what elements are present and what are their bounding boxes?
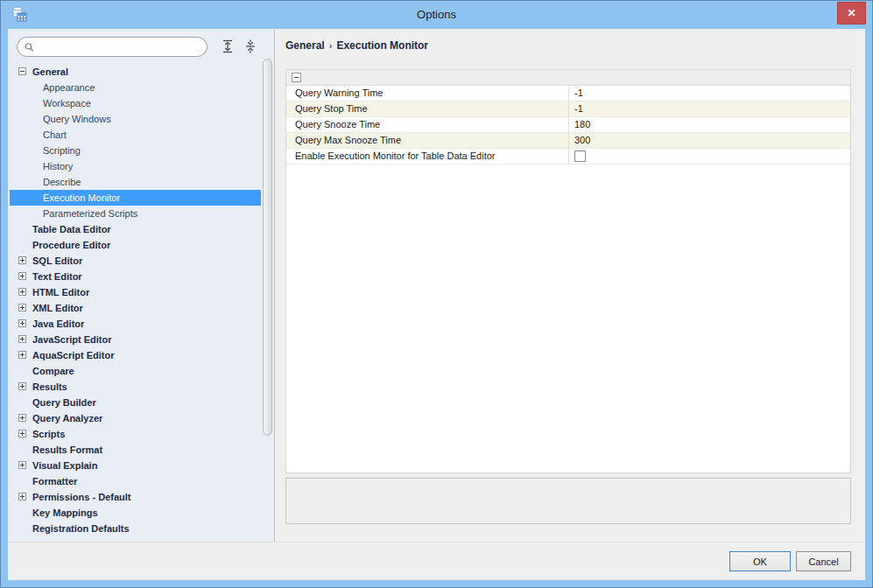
- sidebar-item-label: General: [32, 64, 68, 80]
- sidebar-item-label: Procedure Editor: [32, 237, 110, 253]
- tree-plus-toggle-icon[interactable]: [18, 304, 26, 312]
- sidebar-item-scripts[interactable]: Scripts: [10, 426, 261, 442]
- app-icon: [10, 5, 28, 24]
- sidebar-item-workspace[interactable]: Workspace: [10, 95, 261, 111]
- sidebar-item-label: Formatter: [32, 473, 77, 489]
- sidebar-item-query-windows[interactable]: Query Windows: [10, 111, 261, 127]
- search-icon: [25, 42, 34, 52]
- sidebar-item-label: XML Editor: [32, 300, 83, 316]
- setting-label: Query Warning Time: [286, 86, 569, 101]
- sidebar-item-general[interactable]: General: [10, 64, 261, 80]
- setting-label: Enable Execution Monitor for Table Data …: [286, 149, 569, 164]
- breadcrumb-part: General: [285, 39, 325, 52]
- sidebar-item-label: SQL Editor: [32, 253, 82, 269]
- window-title: Options: [417, 8, 456, 21]
- collapse-all-icon[interactable]: [243, 38, 258, 54]
- setting-label: Query Max Snooze Time: [286, 133, 569, 148]
- sidebar-item-label: HTML Editor: [32, 284, 89, 300]
- cancel-button[interactable]: Cancel: [796, 551, 851, 571]
- sidebar-item-procedure-editor[interactable]: Procedure Editor: [10, 237, 261, 253]
- setting-value[interactable]: [569, 149, 850, 164]
- sidebar-item-compare[interactable]: Compare: [10, 363, 261, 379]
- tree-scrollbar-thumb[interactable]: [263, 59, 272, 436]
- setting-value[interactable]: -1: [569, 86, 850, 101]
- setting-value[interactable]: 180: [569, 117, 850, 132]
- sidebar-item-label: History: [43, 158, 73, 174]
- sidebar-item-key-mappings[interactable]: Key Mappings: [10, 505, 261, 521]
- sidebar-item-scripting[interactable]: Scripting: [10, 143, 261, 158]
- settings-group-header: [286, 70, 850, 86]
- breadcrumb-part: Execution Monitor: [336, 39, 428, 52]
- tree-plus-toggle-icon[interactable]: [18, 351, 26, 359]
- breadcrumb: General›Execution Monitor: [285, 39, 428, 52]
- sidebar-item-appearance[interactable]: Appearance: [10, 80, 261, 95]
- sidebar-item-label: Query Analyzer: [32, 410, 102, 426]
- tree-scrollbar[interactable]: [262, 59, 273, 542]
- setting-row-enable-execution-monitor-for-table-data-editor: Enable Execution Monitor for Table Data …: [286, 149, 850, 164]
- settings-grid: Query Warning Time-1Query Stop Time-1Que…: [285, 69, 851, 473]
- sidebar: GeneralAppearanceWorkspaceQuery WindowsC…: [8, 29, 275, 543]
- sidebar-item-query-builder[interactable]: Query Builder: [10, 395, 261, 410]
- sidebar-item-results-format[interactable]: Results Format: [10, 442, 261, 458]
- sidebar-item-sql-editor[interactable]: SQL Editor: [10, 253, 261, 269]
- expand-all-icon[interactable]: [220, 38, 236, 54]
- sidebar-item-label: Query Builder: [32, 395, 96, 410]
- sidebar-item-execution-monitor[interactable]: Execution Monitor: [10, 190, 261, 206]
- setting-row-query-snooze-time: Query Snooze Time180: [286, 117, 850, 133]
- footer-bar: OK Cancel: [8, 542, 865, 580]
- sidebar-item-formatter[interactable]: Formatter: [10, 473, 261, 489]
- sidebar-item-registration-defaults[interactable]: Registration Defaults: [10, 521, 261, 536]
- group-collapse-icon[interactable]: [292, 73, 301, 82]
- sidebar-item-history[interactable]: History: [10, 158, 261, 174]
- sidebar-item-label: Results: [32, 379, 67, 395]
- main-panel: General›Execution Monitor Query Warning …: [276, 29, 865, 542]
- options-tree: GeneralAppearanceWorkspaceQuery WindowsC…: [10, 64, 261, 542]
- sidebar-item-label: Query Windows: [43, 111, 111, 127]
- search-box[interactable]: [17, 37, 208, 57]
- breadcrumb-separator-icon: ›: [329, 40, 333, 51]
- tree-plus-toggle-icon[interactable]: [18, 493, 26, 500]
- sidebar-item-results[interactable]: Results: [10, 379, 261, 395]
- settings-grid-rows: Query Warning Time-1Query Stop Time-1Que…: [286, 86, 850, 164]
- tree-plus-toggle-icon[interactable]: [18, 272, 26, 280]
- sidebar-item-label: Chart: [43, 127, 67, 143]
- setting-row-query-max-snooze-time: Query Max Snooze Time300: [286, 133, 850, 149]
- sidebar-item-html-editor[interactable]: HTML Editor: [10, 284, 261, 300]
- sidebar-item-java-editor[interactable]: Java Editor: [10, 316, 261, 332]
- titlebar[interactable]: Options ✕: [1, 1, 872, 29]
- tree-plus-toggle-icon[interactable]: [18, 461, 26, 469]
- sidebar-item-permissions-default[interactable]: Permissions - Default: [10, 489, 261, 505]
- tree-plus-toggle-icon[interactable]: [18, 319, 26, 327]
- search-input[interactable]: [39, 42, 200, 52]
- sidebar-item-query-analyzer[interactable]: Query Analyzer: [10, 410, 261, 426]
- tree-minus-toggle-icon[interactable]: [18, 67, 26, 75]
- sidebar-item-label: Workspace: [43, 95, 91, 111]
- close-icon[interactable]: ✕: [837, 2, 866, 24]
- sidebar-item-label: Appearance: [43, 80, 95, 95]
- sidebar-item-xml-editor[interactable]: XML Editor: [10, 300, 261, 316]
- tree-plus-toggle-icon[interactable]: [18, 256, 26, 264]
- sidebar-item-label: Java Editor: [32, 316, 84, 332]
- tree-plus-toggle-icon[interactable]: [18, 414, 26, 422]
- sidebar-item-describe[interactable]: Describe: [10, 174, 261, 190]
- sidebar-item-javascript-editor[interactable]: JavaScript Editor: [10, 332, 261, 347]
- setting-value[interactable]: -1: [569, 102, 850, 116]
- sidebar-item-parameterized-scripts[interactable]: Parameterized Scripts: [10, 206, 261, 221]
- tree-plus-toggle-icon[interactable]: [18, 430, 26, 438]
- sidebar-item-aquascript-editor[interactable]: AquaScript Editor: [10, 347, 261, 363]
- sidebar-item-text-editor[interactable]: Text Editor: [10, 269, 261, 284]
- setting-label: Query Snooze Time: [286, 117, 569, 132]
- tree-plus-toggle-icon[interactable]: [18, 335, 26, 343]
- sidebar-item-visual-explain[interactable]: Visual Explain: [10, 458, 261, 473]
- sidebar-item-label: Key Mappings: [32, 505, 98, 521]
- sidebar-item-table-data-editor[interactable]: Table Data Editor: [10, 221, 261, 237]
- setting-checkbox[interactable]: [574, 150, 586, 162]
- ok-button[interactable]: OK: [729, 551, 791, 571]
- tree-plus-toggle-icon[interactable]: [18, 288, 26, 296]
- setting-row-query-stop-time: Query Stop Time-1: [286, 102, 850, 117]
- tree-plus-toggle-icon[interactable]: [18, 382, 26, 390]
- sidebar-item-label: Results Format: [32, 442, 102, 458]
- sidebar-item-label: AquaScript Editor: [32, 347, 115, 363]
- setting-value[interactable]: 300: [569, 133, 850, 148]
- sidebar-item-chart[interactable]: Chart: [10, 127, 261, 143]
